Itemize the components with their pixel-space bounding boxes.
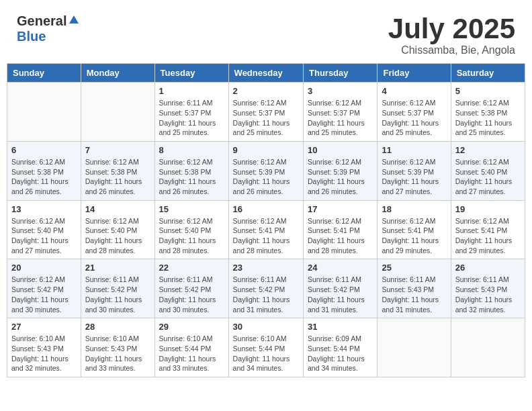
day-number: 13 — [11, 204, 77, 214]
table-row: 23Sunrise: 6:11 AMSunset: 5:42 PMDayligh… — [228, 259, 303, 318]
svg-marker-0 — [69, 15, 79, 24]
header-monday: Monday — [81, 64, 154, 83]
table-row: 7Sunrise: 6:12 AMSunset: 5:38 PMDaylight… — [81, 141, 154, 200]
day-info: Sunrise: 6:12 AMSunset: 5:40 PMDaylight:… — [159, 216, 224, 256]
table-row: 24Sunrise: 6:11 AMSunset: 5:42 PMDayligh… — [304, 259, 378, 318]
day-info: Sunrise: 6:10 AMSunset: 5:44 PMDaylight:… — [159, 334, 224, 373]
day-info: Sunrise: 6:12 AMSunset: 5:37 PMDaylight:… — [308, 98, 373, 138]
day-number: 10 — [308, 145, 373, 155]
day-number: 20 — [11, 263, 77, 273]
day-info: Sunrise: 6:12 AMSunset: 5:38 PMDaylight:… — [85, 157, 150, 197]
day-number: 1 — [159, 86, 224, 96]
day-info: Sunrise: 6:11 AMSunset: 5:42 PMDaylight:… — [233, 275, 299, 314]
table-row: 6Sunrise: 6:12 AMSunset: 5:38 PMDaylight… — [7, 141, 81, 200]
table-row: 3Sunrise: 6:12 AMSunset: 5:37 PMDaylight… — [304, 83, 378, 142]
day-info: Sunrise: 6:12 AMSunset: 5:42 PMDaylight:… — [11, 275, 77, 314]
table-row: 4Sunrise: 6:12 AMSunset: 5:37 PMDaylight… — [378, 83, 451, 142]
table-row: 25Sunrise: 6:11 AMSunset: 5:43 PMDayligh… — [378, 259, 451, 318]
day-info: Sunrise: 6:12 AMSunset: 5:37 PMDaylight:… — [233, 98, 299, 138]
table-row: 22Sunrise: 6:11 AMSunset: 5:42 PMDayligh… — [154, 259, 228, 318]
day-info: Sunrise: 6:12 AMSunset: 5:41 PMDaylight:… — [455, 216, 521, 256]
header-wednesday: Wednesday — [228, 64, 303, 83]
calendar-week-row: 13Sunrise: 6:12 AMSunset: 5:40 PMDayligh… — [7, 200, 525, 259]
logo-blue-text: Blue — [17, 29, 46, 44]
table-row — [81, 83, 154, 142]
day-info: Sunrise: 6:12 AMSunset: 5:40 PMDaylight:… — [11, 216, 77, 256]
day-number: 19 — [455, 204, 521, 214]
table-row — [7, 83, 81, 142]
day-info: Sunrise: 6:11 AMSunset: 5:42 PMDaylight:… — [159, 275, 224, 314]
table-row: 18Sunrise: 6:12 AMSunset: 5:41 PMDayligh… — [378, 200, 451, 259]
header-saturday: Saturday — [451, 64, 525, 83]
day-info: Sunrise: 6:12 AMSunset: 5:40 PMDaylight:… — [85, 216, 150, 256]
calendar-title: July 2025 — [388, 13, 515, 44]
day-info: Sunrise: 6:09 AMSunset: 5:44 PMDaylight:… — [308, 334, 373, 373]
day-number: 3 — [308, 86, 373, 96]
day-info: Sunrise: 6:11 AMSunset: 5:42 PMDaylight:… — [308, 275, 373, 314]
day-number: 27 — [11, 322, 77, 332]
day-number: 25 — [382, 263, 446, 273]
table-row: 13Sunrise: 6:12 AMSunset: 5:40 PMDayligh… — [7, 200, 81, 259]
header-tuesday: Tuesday — [154, 64, 228, 83]
table-row: 10Sunrise: 6:12 AMSunset: 5:39 PMDayligh… — [304, 141, 378, 200]
day-number: 29 — [159, 322, 224, 332]
table-row: 15Sunrise: 6:12 AMSunset: 5:40 PMDayligh… — [154, 200, 228, 259]
page-header: General Blue July 2025 Chissamba, Bie, A… — [7, 7, 525, 60]
day-info: Sunrise: 6:12 AMSunset: 5:40 PMDaylight:… — [455, 157, 521, 197]
day-info: Sunrise: 6:12 AMSunset: 5:38 PMDaylight:… — [455, 98, 521, 138]
day-number: 17 — [308, 204, 373, 214]
table-row: 31Sunrise: 6:09 AMSunset: 5:44 PMDayligh… — [304, 318, 378, 377]
day-info: Sunrise: 6:12 AMSunset: 5:38 PMDaylight:… — [11, 157, 77, 197]
calendar-table: Sunday Monday Tuesday Wednesday Thursday… — [7, 63, 525, 377]
calendar-location: Chissamba, Bie, Angola — [388, 44, 515, 56]
day-info: Sunrise: 6:10 AMSunset: 5:44 PMDaylight:… — [233, 334, 299, 373]
logo-icon — [68, 14, 80, 26]
day-number: 26 — [455, 263, 521, 273]
day-info: Sunrise: 6:10 AMSunset: 5:43 PMDaylight:… — [11, 334, 77, 373]
day-number: 12 — [455, 145, 521, 155]
day-number: 30 — [233, 322, 299, 332]
table-row: 17Sunrise: 6:12 AMSunset: 5:41 PMDayligh… — [304, 200, 378, 259]
day-info: Sunrise: 6:11 AMSunset: 5:43 PMDaylight:… — [382, 275, 446, 314]
day-info: Sunrise: 6:11 AMSunset: 5:43 PMDaylight:… — [455, 275, 521, 314]
table-row: 20Sunrise: 6:12 AMSunset: 5:42 PMDayligh… — [7, 259, 81, 318]
table-row — [451, 318, 525, 377]
calendar-header-row: Sunday Monday Tuesday Wednesday Thursday… — [7, 64, 525, 83]
day-number: 7 — [85, 145, 150, 155]
header-thursday: Thursday — [304, 64, 378, 83]
header-friday: Friday — [378, 64, 451, 83]
day-info: Sunrise: 6:11 AMSunset: 5:37 PMDaylight:… — [159, 98, 224, 138]
logo-general-text: General — [17, 13, 66, 29]
day-number: 15 — [159, 204, 224, 214]
header-sunday: Sunday — [7, 64, 81, 83]
calendar-week-row: 20Sunrise: 6:12 AMSunset: 5:42 PMDayligh… — [7, 259, 525, 318]
title-area: July 2025 Chissamba, Bie, Angola — [388, 13, 515, 56]
table-row: 29Sunrise: 6:10 AMSunset: 5:44 PMDayligh… — [154, 318, 228, 377]
calendar-week-row: 6Sunrise: 6:12 AMSunset: 5:38 PMDaylight… — [7, 141, 525, 200]
table-row: 9Sunrise: 6:12 AMSunset: 5:39 PMDaylight… — [228, 141, 303, 200]
calendar-week-row: 27Sunrise: 6:10 AMSunset: 5:43 PMDayligh… — [7, 318, 525, 377]
day-number: 31 — [308, 322, 373, 332]
day-number: 4 — [382, 86, 446, 96]
table-row: 5Sunrise: 6:12 AMSunset: 5:38 PMDaylight… — [451, 83, 525, 142]
day-info: Sunrise: 6:11 AMSunset: 5:42 PMDaylight:… — [85, 275, 150, 314]
day-number: 18 — [382, 204, 446, 214]
day-info: Sunrise: 6:10 AMSunset: 5:43 PMDaylight:… — [85, 334, 150, 373]
table-row: 1Sunrise: 6:11 AMSunset: 5:37 PMDaylight… — [154, 83, 228, 142]
day-number: 5 — [455, 86, 521, 96]
day-info: Sunrise: 6:12 AMSunset: 5:41 PMDaylight:… — [308, 216, 373, 256]
day-number: 23 — [233, 263, 299, 273]
day-number: 9 — [233, 145, 299, 155]
day-info: Sunrise: 6:12 AMSunset: 5:39 PMDaylight:… — [382, 157, 446, 197]
table-row: 14Sunrise: 6:12 AMSunset: 5:40 PMDayligh… — [81, 200, 154, 259]
calendar-week-row: 1Sunrise: 6:11 AMSunset: 5:37 PMDaylight… — [7, 83, 525, 142]
table-row: 27Sunrise: 6:10 AMSunset: 5:43 PMDayligh… — [7, 318, 81, 377]
table-row: 21Sunrise: 6:11 AMSunset: 5:42 PMDayligh… — [81, 259, 154, 318]
table-row: 16Sunrise: 6:12 AMSunset: 5:41 PMDayligh… — [228, 200, 303, 259]
table-row: 12Sunrise: 6:12 AMSunset: 5:40 PMDayligh… — [451, 141, 525, 200]
day-info: Sunrise: 6:12 AMSunset: 5:41 PMDaylight:… — [233, 216, 299, 256]
day-info: Sunrise: 6:12 AMSunset: 5:39 PMDaylight:… — [308, 157, 373, 197]
day-number: 21 — [85, 263, 150, 273]
day-number: 11 — [382, 145, 446, 155]
table-row: 26Sunrise: 6:11 AMSunset: 5:43 PMDayligh… — [451, 259, 525, 318]
